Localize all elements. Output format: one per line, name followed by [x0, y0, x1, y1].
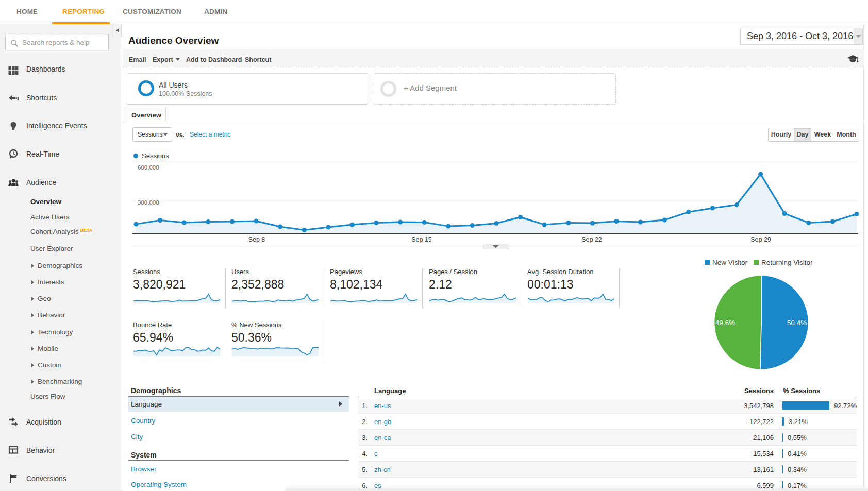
svg-text:Sep 8: Sep 8 — [248, 236, 265, 243]
svg-text:50.4%: 50.4% — [787, 319, 807, 327]
svg-text:600,000: 600,000 — [138, 164, 159, 171]
svg-text:Sep 22: Sep 22 — [581, 236, 602, 243]
svg-text:Sep 15: Sep 15 — [411, 236, 432, 243]
svg-text:300,000: 300,000 — [138, 199, 159, 206]
svg-text:Sep 29: Sep 29 — [750, 236, 771, 243]
svg-text:49.6%: 49.6% — [715, 319, 735, 327]
